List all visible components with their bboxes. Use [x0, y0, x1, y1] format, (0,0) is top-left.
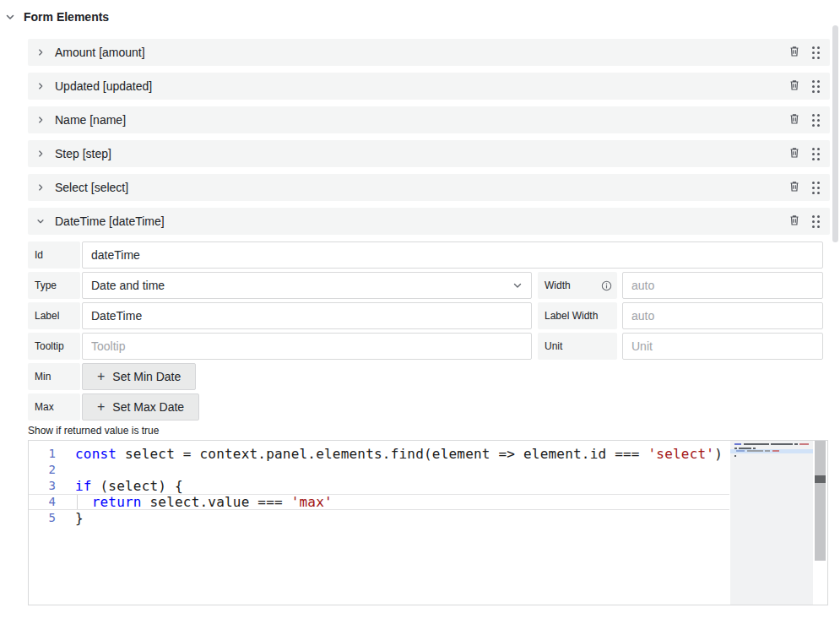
minimap-mark	[794, 443, 798, 445]
minimap-mark	[736, 450, 745, 452]
field-row-tooltip-unit: Tooltip Unit	[28, 333, 823, 360]
label-width-input[interactable]	[622, 302, 823, 329]
code-text: if (select) {	[56, 478, 183, 494]
minimap-mark	[772, 450, 779, 452]
code-line: 2	[29, 462, 729, 478]
chevron-right-icon	[36, 116, 45, 124]
drag-handle-icon[interactable]	[812, 80, 820, 93]
code-line: 3 if (select) {	[29, 478, 729, 494]
line-number: 3	[29, 478, 56, 494]
trash-icon[interactable]	[789, 180, 800, 196]
element-row-updated[interactable]: Updated [updated]	[28, 73, 830, 100]
label-input[interactable]	[82, 302, 532, 329]
drag-handle-icon[interactable]	[812, 114, 820, 127]
element-row-datetime[interactable]: DateTime [dateTime]	[28, 208, 830, 235]
line-number: 1	[29, 446, 56, 462]
code-line: 5 }	[29, 510, 729, 526]
label-label: Label	[28, 302, 80, 329]
element-row-label: Updated [updated]	[55, 79, 152, 93]
show-if-label: Show if returned value is true	[28, 425, 830, 437]
trash-icon[interactable]	[789, 112, 800, 128]
page-scrollbar[interactable]	[832, 25, 838, 242]
drag-handle-icon[interactable]	[812, 215, 820, 228]
element-row-select[interactable]: Select [select]	[28, 174, 830, 201]
line-number: 4	[29, 494, 56, 510]
set-min-date-button[interactable]: + Set Min Date	[82, 363, 196, 390]
id-input[interactable]	[82, 241, 823, 269]
indent-guide	[77, 495, 78, 509]
width-input[interactable]	[622, 272, 823, 299]
form-elements-list: Amount [amount] Updated [updated] Name […	[28, 39, 830, 624]
line-number: 2	[29, 462, 56, 478]
width-label: Width	[545, 279, 571, 291]
set-max-date-label: Set Max Date	[112, 400, 184, 414]
set-min-date-label: Set Min Date	[112, 370, 181, 383]
minimap-mark	[765, 450, 770, 452]
minimap-mark	[771, 443, 793, 445]
code-text: return select.value === 'max'	[56, 494, 333, 510]
trash-icon[interactable]	[789, 214, 800, 230]
tooltip-label: Tooltip	[28, 333, 80, 360]
element-row-label: Name [name]	[55, 113, 126, 127]
field-row-type-width: Type Date and time Width	[28, 272, 823, 299]
plus-icon: +	[97, 369, 105, 384]
trash-icon[interactable]	[789, 45, 800, 61]
chevron-right-icon	[36, 183, 45, 192]
minimap-mark	[799, 443, 809, 445]
code-editor[interactable]: 1 const select = context.panel.elements.…	[28, 440, 828, 605]
minimap[interactable]	[730, 441, 813, 605]
chevron-down-icon	[36, 217, 45, 225]
element-row-label: DateTime [dateTime]	[55, 214, 165, 228]
chevron-down-icon	[512, 280, 523, 290]
type-select[interactable]: Date and time	[82, 272, 532, 299]
element-row-step[interactable]: Step [step]	[28, 140, 830, 167]
drag-handle-icon[interactable]	[812, 46, 820, 59]
type-label: Type	[28, 272, 80, 299]
element-row-label: Step [step]	[55, 147, 111, 160]
plus-icon: +	[97, 399, 105, 415]
code-text	[56, 462, 75, 478]
minimap-mark	[744, 443, 769, 445]
unit-input[interactable]	[622, 333, 823, 360]
tooltip-input[interactable]	[82, 333, 532, 360]
field-row-id: Id	[28, 241, 823, 269]
element-row-label: Amount [amount]	[55, 46, 145, 59]
set-max-date-button[interactable]: + Set Max Date	[82, 393, 199, 421]
element-row-label: Select [select]	[55, 181, 128, 194]
section-title: Form Elements	[24, 10, 109, 24]
unit-label: Unit	[538, 333, 617, 360]
min-label: Min	[28, 363, 80, 390]
chevron-down-icon	[5, 12, 15, 22]
section-header-form-elements[interactable]: Form Elements	[5, 10, 109, 24]
type-select-value: Date and time	[91, 279, 165, 292]
minimap-mark	[734, 443, 741, 445]
label-width-label: Label Width	[538, 302, 617, 329]
editor-overview-cursor-marker	[815, 475, 826, 483]
code-line-current: 4 return select.value === 'max'	[29, 494, 729, 510]
editor-scrollbar[interactable]	[815, 441, 826, 561]
code-text: const select = context.panel.elements.fi…	[56, 446, 723, 462]
code-line: 1 const select = context.panel.elements.…	[29, 446, 729, 462]
drag-handle-icon[interactable]	[812, 148, 820, 160]
field-row-min: Min + Set Min Date	[28, 363, 823, 390]
minimap-mark	[747, 450, 763, 452]
chevron-right-icon	[36, 149, 45, 158]
trash-icon[interactable]	[789, 79, 800, 95]
minimap-mark	[734, 455, 736, 457]
code-text: }	[56, 510, 84, 526]
code-editor-lines: 1 const select = context.panel.elements.…	[29, 446, 729, 526]
chevron-right-icon	[36, 48, 45, 57]
width-label-cell: Width	[538, 272, 617, 299]
trash-icon[interactable]	[789, 146, 800, 162]
info-circle-icon[interactable]	[601, 280, 612, 291]
field-row-max: Max + Set Max Date	[28, 393, 823, 421]
element-row-name[interactable]: Name [name]	[28, 106, 830, 133]
line-number: 5	[29, 510, 56, 526]
drag-handle-icon[interactable]	[812, 182, 820, 194]
element-row-amount[interactable]: Amount [amount]	[28, 39, 830, 66]
chevron-right-icon	[36, 82, 45, 90]
max-label: Max	[28, 393, 80, 421]
field-row-label-labelwidth: Label Label Width	[28, 302, 823, 329]
id-label: Id	[28, 241, 80, 269]
